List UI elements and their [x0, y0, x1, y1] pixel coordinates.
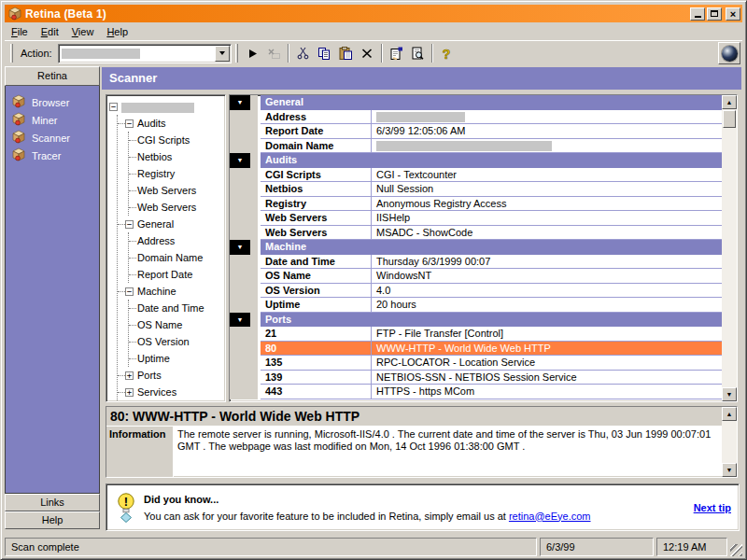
tree-node-address[interactable]: Address: [129, 232, 225, 249]
result-row[interactable]: Date and TimeThursday 6/3/1999 00:07: [230, 255, 722, 270]
delete-button[interactable]: [357, 43, 378, 63]
row-gutter: [230, 327, 258, 342]
tree-node-shares[interactable]: +Shares: [118, 400, 225, 402]
tree-node-root[interactable]: −: [109, 98, 225, 115]
toolbar-grip[interactable]: [235, 44, 238, 63]
tree-node-report-date[interactable]: Report Date: [129, 266, 225, 283]
tree-node-audits[interactable]: −Audits: [118, 115, 225, 132]
tree-node-registry[interactable]: Registry: [129, 165, 225, 182]
result-row[interactable]: Report Date6/3/99 12:05:06 AM: [230, 124, 722, 139]
sidebar-help-button[interactable]: Help: [5, 511, 100, 529]
detail-scrollbar[interactable]: ▲ ▼: [722, 407, 737, 477]
section-header-ports[interactable]: ▼Ports: [230, 313, 722, 328]
resize-grip[interactable]: [730, 544, 742, 556]
row-gutter: [230, 255, 258, 270]
maximize-button[interactable]: [707, 7, 722, 21]
section-header-machine[interactable]: ▼Machine: [230, 240, 722, 255]
sidebar-header-retina[interactable]: Retina: [5, 66, 100, 86]
result-row[interactable]: 443HTTPS - https MCom: [230, 385, 722, 399]
minimize-button[interactable]: [690, 7, 705, 21]
tree-node-web-servers[interactable]: Web Servers: [129, 199, 225, 216]
result-row[interactable]: NetbiosNull Session: [230, 182, 722, 197]
sidebar-item-scanner[interactable]: Scanner: [6, 129, 99, 147]
combo-dropdown-button[interactable]: [215, 46, 230, 62]
tree-node-label: Web Servers: [136, 182, 196, 199]
email-link[interactable]: retina@eEye.com: [509, 511, 591, 522]
result-row[interactable]: Web ServersIISHelp: [230, 211, 722, 226]
result-row[interactable]: RegistryAnonymous Registry Access: [230, 197, 722, 212]
preview-button[interactable]: [407, 43, 429, 63]
tree-node-cgi-scripts[interactable]: CGI Scripts: [129, 132, 225, 148]
tree-node-domain-name[interactable]: Domain Name: [129, 249, 225, 266]
menu-view[interactable]: View: [65, 24, 101, 39]
tree-connector: [118, 291, 125, 292]
close-button[interactable]: ×: [726, 7, 740, 21]
run-button[interactable]: [242, 43, 263, 63]
tree-node-machine[interactable]: −Machine: [118, 283, 225, 300]
next-tip-link[interactable]: Next tip: [694, 502, 731, 513]
collapse-toggle[interactable]: −: [125, 220, 134, 229]
result-row[interactable]: CGI ScriptsCGI - Textcounter: [230, 168, 722, 183]
collapse-toggle[interactable]: −: [125, 287, 134, 296]
copy-button[interactable]: [314, 43, 335, 63]
tree-node-web-servers[interactable]: Web Servers: [129, 182, 225, 199]
expand-toggle[interactable]: +: [125, 388, 134, 397]
tree-node-general[interactable]: −General: [118, 216, 225, 232]
menu-help[interactable]: Help: [100, 24, 134, 39]
result-row[interactable]: Address: [230, 110, 722, 125]
result-row[interactable]: OS Version4.0: [230, 284, 722, 299]
sidebar-item-tracer[interactable]: Tracer: [6, 147, 99, 164]
collapse-toggle[interactable]: −: [109, 103, 118, 111]
result-row[interactable]: Web ServersMSADC - ShowCode: [230, 226, 722, 241]
result-value: CGI - Textcounter: [372, 168, 722, 183]
sidebar-item-browser[interactable]: Browser: [6, 93, 99, 111]
tree-node-os-name[interactable]: OS Name: [129, 316, 225, 333]
titlebar[interactable]: Retina (Beta 1) ×: [5, 5, 742, 22]
tree-node-services[interactable]: +Services: [118, 384, 225, 400]
result-row[interactable]: OS NameWindowsNT: [230, 269, 722, 284]
result-label: 21: [261, 327, 372, 342]
results-scrollbar[interactable]: ▲ ▼: [722, 95, 737, 401]
menu-file[interactable]: File: [5, 24, 35, 39]
sidebar-links-button[interactable]: Links: [5, 494, 100, 511]
result-row[interactable]: Uptime20 hours: [230, 298, 722, 313]
scroll-up-button[interactable]: ▲: [722, 407, 737, 421]
action-combobox[interactable]: [58, 44, 232, 63]
cube-icon: [11, 147, 26, 163]
tree-node-uptime[interactable]: Uptime: [129, 350, 225, 367]
row-gutter: [230, 298, 258, 313]
collapse-section-button[interactable]: ▼: [230, 240, 250, 255]
expand-toggle[interactable]: +: [125, 371, 134, 380]
tree-node-netbios[interactable]: Netbios: [129, 148, 225, 165]
toolbar-grip[interactable]: [10, 44, 13, 63]
eeye-logo-button[interactable]: [718, 42, 740, 64]
eeye-logo-icon: [722, 46, 738, 62]
help-button[interactable]: ?: [436, 43, 458, 63]
sidebar-body: BrowserMinerScannerTracer: [5, 86, 100, 494]
collapse-section-button[interactable]: ▼: [230, 153, 250, 168]
cut-button[interactable]: [292, 43, 314, 63]
redacted-action-value: [62, 49, 140, 59]
scroll-up-button[interactable]: ▲: [722, 95, 737, 109]
collapse-section-button[interactable]: ▼: [230, 313, 250, 328]
result-value: IISHelp: [372, 211, 722, 226]
scroll-down-button[interactable]: ▼: [722, 463, 737, 477]
result-row[interactable]: 80WWW-HTTP - World Wide Web HTTP: [230, 342, 722, 357]
tree-node-ports[interactable]: +Ports: [118, 367, 225, 384]
section-header-audits[interactable]: ▼Audits: [230, 153, 722, 168]
collapse-section-button[interactable]: ▼: [230, 95, 250, 110]
tree-node-os-version[interactable]: OS Version: [129, 333, 225, 350]
result-row[interactable]: 139NETBIOS-SSN - NETBIOS Session Service: [230, 371, 722, 385]
result-row[interactable]: 135RPC-LOCATOR - Location Service: [230, 356, 722, 371]
scroll-down-button[interactable]: ▼: [722, 387, 737, 401]
section-header-general[interactable]: ▼General: [230, 95, 722, 110]
paste-button[interactable]: [335, 43, 357, 63]
properties-button[interactable]: [386, 43, 407, 63]
sidebar-item-miner[interactable]: Miner: [6, 111, 99, 129]
result-row[interactable]: 21FTP - File Transfer [Control]: [230, 327, 722, 342]
tree-node-date-and-time[interactable]: Date and Time: [129, 300, 225, 316]
menu-edit[interactable]: Edit: [35, 24, 65, 39]
scroll-thumb[interactable]: [723, 110, 736, 128]
result-row[interactable]: Domain Name: [230, 139, 722, 154]
collapse-toggle[interactable]: −: [125, 119, 134, 128]
